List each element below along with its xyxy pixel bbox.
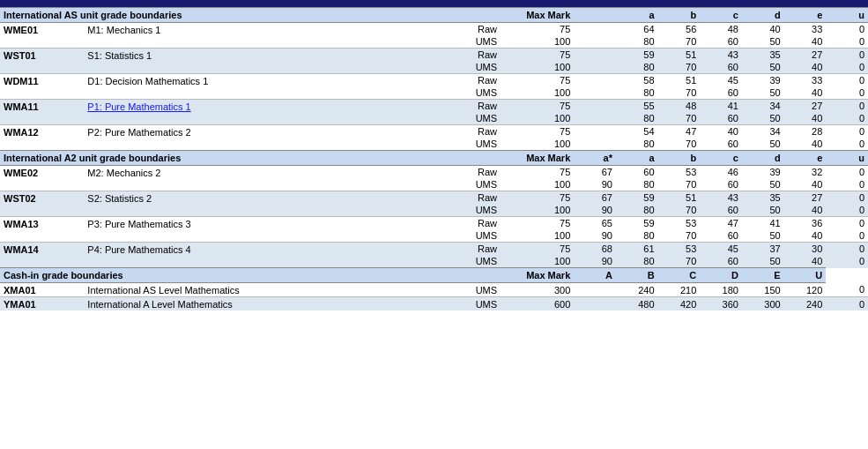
unit-name: M1: Mechanics 1 — [84, 23, 456, 49]
table-row: WMA11P1: Pure Mathematics 1Raw7555484134… — [0, 100, 868, 113]
unit-name: M2: Mechanics 2 — [84, 166, 456, 191]
table-row: WDM11D1: Decision Mathematics 1Raw755851… — [0, 74, 868, 87]
unit-code: YMA01 — [0, 297, 84, 311]
unit-code: WMA13 — [0, 217, 84, 243]
table-row: YMA01International A Level MathematicsUM… — [0, 297, 868, 311]
unit-name: International A Level Mathematics — [84, 297, 456, 311]
unit-code: WDM11 — [0, 74, 84, 100]
table-row: WME02M2: Mechanics 2Raw756760534639320 — [0, 166, 868, 179]
unit-code: WST01 — [0, 49, 84, 74]
unit-code: WMA11 — [0, 100, 84, 125]
unit-code: XMA01 — [0, 283, 84, 297]
unit-name: S2: Statistics 2 — [84, 191, 456, 217]
unit-name[interactable]: P1: Pure Mathematics 1 — [84, 100, 456, 125]
unit-name: S1: Statistics 1 — [84, 49, 456, 74]
table-row: WST01S1: Statistics 1Raw7559514335270 — [0, 49, 868, 62]
unit-code: WMA12 — [0, 125, 84, 151]
unit-code: WST02 — [0, 191, 84, 217]
unit-code: WMA14 — [0, 243, 84, 268]
table-row: WST02S2: Statistics 2Raw756759514335270 — [0, 191, 868, 205]
unit-name: P3: Pure Mathematics 3 — [84, 217, 456, 243]
table-row: WMA13P3: Pure Mathematics 3Raw7565595347… — [0, 217, 868, 230]
table-row: XMA01International AS Level MathematicsU… — [0, 283, 868, 297]
unit-name: International AS Level Mathematics — [84, 283, 456, 297]
unit-name: P2: Pure Mathematics 2 — [84, 125, 456, 151]
unit-code: WME02 — [0, 166, 84, 191]
table-row: WME01M1: Mechanics 1Raw7564564840330 — [0, 23, 868, 36]
unit-name: P4: Pure Mathematics 4 — [84, 243, 456, 268]
section-header-as-unit: International AS unit grade boundariesMa… — [0, 8, 868, 23]
section-header-cashin: Cash-in grade boundariesMax MarkABCDEU — [0, 268, 868, 283]
table-row: WMA14P4: Pure Mathematics 4Raw7568615345… — [0, 243, 868, 256]
section-header-a2-unit: International A2 unit grade boundariesMa… — [0, 151, 868, 166]
main-title — [0, 0, 868, 7]
unit-code: WME01 — [0, 23, 84, 49]
unit-name: D1: Decision Mathematics 1 — [84, 74, 456, 100]
table-row: WMA12P2: Pure Mathematics 2Raw7554474034… — [0, 125, 868, 138]
